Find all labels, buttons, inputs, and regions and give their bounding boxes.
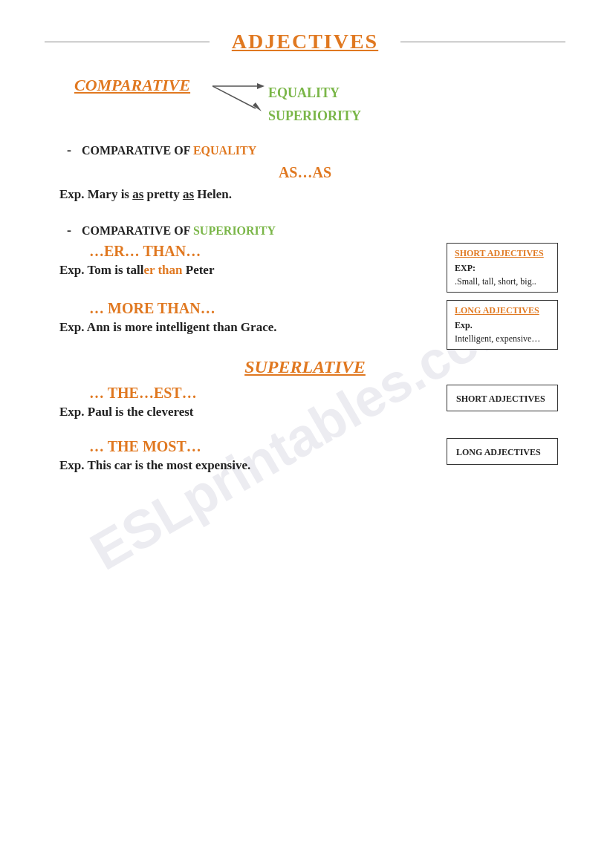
equality-label: EQUALITY xyxy=(268,85,361,101)
short-adj-superlative-label: SHORT ADJECTIVES xyxy=(456,394,545,404)
short-adj-box-title: SHORT ADJECTIVES xyxy=(455,248,550,259)
equality-formula: AS…AS xyxy=(45,164,565,181)
the-est-section: … THE…EST… Exp. Paul is the cleverest SH… xyxy=(45,385,565,420)
superiority-header: - COMPARATIVE OF SUPERIORITY xyxy=(67,223,565,238)
superiority-section-label: COMPARATIVE OF SUPERIORITY xyxy=(82,224,276,237)
equality-section-label: COMPARATIVE OF EQUALITY xyxy=(82,144,256,157)
the-most-section: … THE MOST… Exp. This car is the most ex… xyxy=(45,438,565,473)
short-adj-box-content: EXP: .Small, tall, short, big.. xyxy=(455,263,536,287)
comparative-label: COMPARATIVE xyxy=(74,76,190,95)
svg-line-2 xyxy=(212,86,256,108)
short-adj-box-1: SHORT ADJECTIVES EXP: .Small, tall, shor… xyxy=(447,243,558,293)
comparative-section: COMPARATIVE EQUALITY SUPERIORITY xyxy=(74,76,565,124)
superlative-label: SUPERLATIVE xyxy=(244,357,366,376)
long-adj-box-1: LONG ADJECTIVES Exp. Intelligent, expens… xyxy=(447,300,558,350)
equality-example: Exp. Mary is as pretty as Helen. xyxy=(59,187,565,202)
superlative-section: SUPERLATIVE xyxy=(45,357,565,377)
svg-marker-1 xyxy=(257,83,265,89)
long-adj-box-title: LONG ADJECTIVES xyxy=(455,305,550,316)
superiority-label: SUPERIORITY xyxy=(268,108,361,124)
long-adj-box-2: LONG ADJECTIVES xyxy=(447,438,558,465)
page-title: ADJECTIVES xyxy=(217,30,393,53)
more-than-section: … MORE THAN… Exp. Ann is more intelligen… xyxy=(45,300,565,335)
svg-marker-3 xyxy=(253,102,262,111)
short-adj-box-2: SHORT ADJECTIVES xyxy=(447,385,558,411)
long-adj-box-content: Exp. Intelligent, expensive… xyxy=(455,320,540,344)
er-than-section: …ER… THAN… Exp. Tom is taller than Peter… xyxy=(45,243,565,278)
long-adj-superlative-label: LONG ADJECTIVES xyxy=(456,447,541,457)
title-section: ADJECTIVES xyxy=(45,30,565,53)
equality-header: - COMPARATIVE OF EQUALITY xyxy=(67,143,565,158)
